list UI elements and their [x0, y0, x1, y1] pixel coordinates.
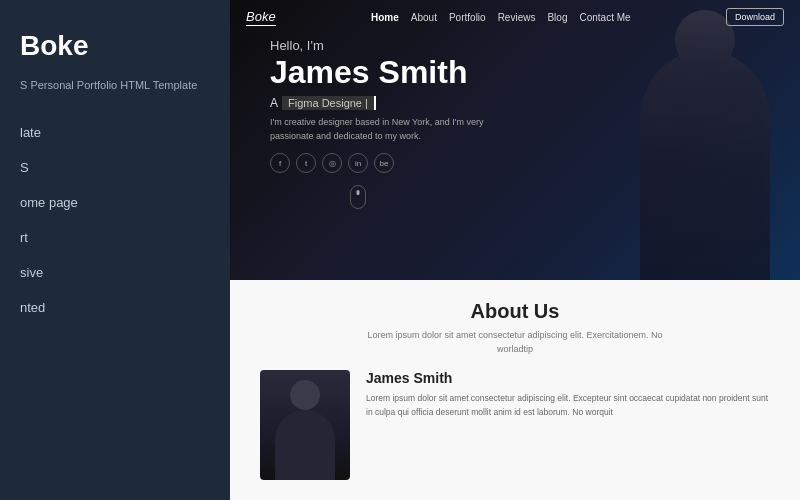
- download-button[interactable]: Download: [726, 8, 784, 26]
- hero-content: Hello, I'm James Smith A Figma Designe |…: [270, 38, 510, 209]
- about-title: About Us: [260, 300, 770, 323]
- nav-reviews[interactable]: Reviews: [498, 12, 536, 23]
- role-prefix: A: [270, 96, 278, 110]
- right-panel: Boke Home About Portfolio Reviews Blog C…: [230, 0, 800, 500]
- nav-links: Home About Portfolio Reviews Blog Contac…: [371, 12, 631, 23]
- hero-greeting: Hello, I'm: [270, 38, 510, 53]
- nav-portfolio[interactable]: Portfolio: [449, 12, 486, 23]
- social-twitter[interactable]: t: [296, 153, 316, 173]
- sidebar-item-rt[interactable]: rt: [20, 226, 210, 249]
- sidebar-item-sive[interactable]: sive: [20, 261, 210, 284]
- nav-blog[interactable]: Blog: [547, 12, 567, 23]
- nav-about[interactable]: About: [411, 12, 437, 23]
- scroll-indicator: [350, 185, 366, 209]
- role-typed: Figma Designe |: [282, 96, 376, 110]
- about-section: About Us Lorem ipsum dolor sit amet cons…: [230, 280, 800, 500]
- about-subtitle: Lorem ipsum dolor sit amet consectetur a…: [355, 329, 675, 356]
- template-subtitle: S Personal Portfolio HTML Template: [20, 78, 210, 93]
- social-facebook[interactable]: f: [270, 153, 290, 173]
- brand-title: Boke: [20, 30, 210, 62]
- hero-section: Boke Home About Portfolio Reviews Blog C…: [230, 0, 800, 280]
- about-image: [260, 370, 350, 480]
- sidebar-item-home[interactable]: ome page: [20, 191, 210, 214]
- nav-logo: Boke: [246, 9, 276, 26]
- sidebar-item-nted[interactable]: nted: [20, 296, 210, 319]
- hero-name: James Smith: [270, 55, 510, 90]
- nav-home[interactable]: Home: [371, 12, 399, 23]
- sidebar-item-template[interactable]: late: [20, 121, 210, 144]
- social-linkedin[interactable]: in: [348, 153, 368, 173]
- top-nav: Boke Home About Portfolio Reviews Blog C…: [230, 0, 800, 34]
- sidebar-item-s[interactable]: S: [20, 156, 210, 179]
- social-icons-group: f t ◎ in be: [270, 153, 510, 173]
- social-instagram[interactable]: ◎: [322, 153, 342, 173]
- hero-figure: [640, 50, 770, 280]
- about-content: James Smith Lorem ipsum dolor sit amet c…: [260, 370, 770, 480]
- about-text-block: James Smith Lorem ipsum dolor sit amet c…: [366, 370, 770, 419]
- nav-contact[interactable]: Contact Me: [579, 12, 630, 23]
- social-behance[interactable]: be: [374, 153, 394, 173]
- hero-role: A Figma Designe |: [270, 96, 510, 110]
- hero-description: I'm creative designer based in New York,…: [270, 116, 510, 143]
- about-person-description: Lorem ipsum dolor sit amet consectetur a…: [366, 392, 770, 419]
- about-person-name: James Smith: [366, 370, 770, 386]
- left-panel: Boke S Personal Portfolio HTML Template …: [0, 0, 230, 500]
